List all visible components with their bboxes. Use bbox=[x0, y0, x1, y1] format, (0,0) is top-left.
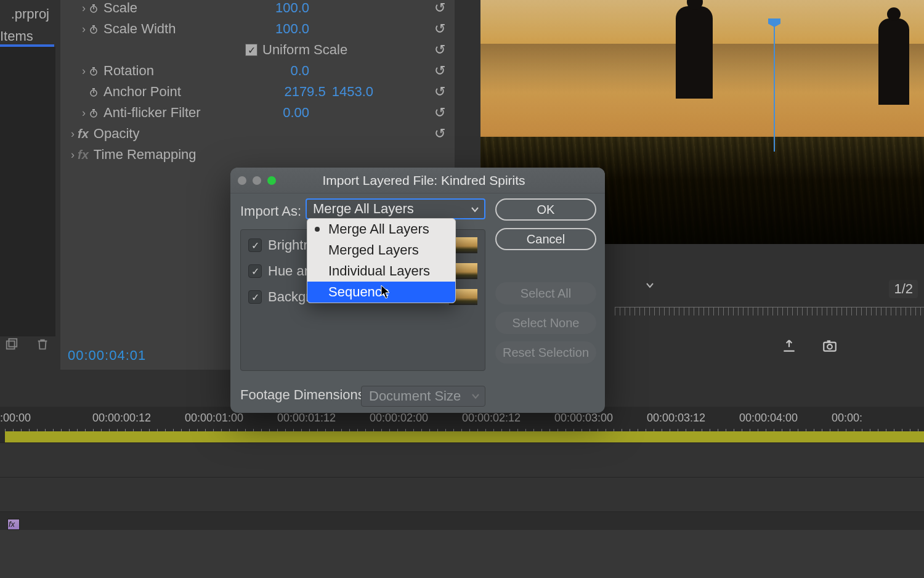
footage-dimensions-label: Footage Dimensions: bbox=[240, 387, 368, 403]
window-close-icon[interactable] bbox=[238, 176, 246, 185]
footage-dimensions-value: Document Size bbox=[369, 388, 461, 404]
footage-dimensions-dropdown: Document Size bbox=[361, 386, 485, 407]
dropdown-option[interactable]: Individual Layers bbox=[307, 261, 455, 282]
import-layered-file-dialog: Import Layered File: Kindred Spirits Imp… bbox=[230, 168, 605, 413]
import-as-dropdown[interactable]: Merge All Layers bbox=[306, 198, 485, 219]
dropdown-option[interactable]: Merge All Layers bbox=[307, 219, 455, 240]
chevron-down-icon bbox=[471, 392, 480, 401]
import-as-label: Import As: bbox=[240, 203, 301, 219]
chevron-down-icon bbox=[471, 205, 479, 214]
reset-selection-button: Reset Selection bbox=[495, 341, 596, 364]
select-all-button: Select All bbox=[495, 282, 596, 304]
cursor-icon bbox=[381, 285, 392, 299]
layer-checkbox[interactable]: ✓ bbox=[248, 290, 262, 304]
dialog-titlebar[interactable]: Import Layered File: Kindred Spirits bbox=[230, 168, 605, 193]
dialog-title: Import Layered File: Kindred Spirits bbox=[250, 173, 598, 188]
layer-name: Brightn bbox=[268, 237, 311, 253]
ok-button[interactable]: OK bbox=[495, 198, 596, 221]
layer-checkbox[interactable]: ✓ bbox=[248, 264, 262, 278]
dropdown-option[interactable]: Merged Layers bbox=[307, 240, 455, 261]
cancel-button[interactable]: Cancel bbox=[495, 228, 596, 250]
layer-name: Hue an bbox=[268, 263, 312, 279]
import-as-value: Merge All Layers bbox=[313, 201, 414, 217]
layer-name: Backgr bbox=[268, 289, 310, 305]
layer-checkbox[interactable]: ✓ bbox=[248, 238, 262, 252]
select-none-button: Select None bbox=[495, 312, 596, 334]
